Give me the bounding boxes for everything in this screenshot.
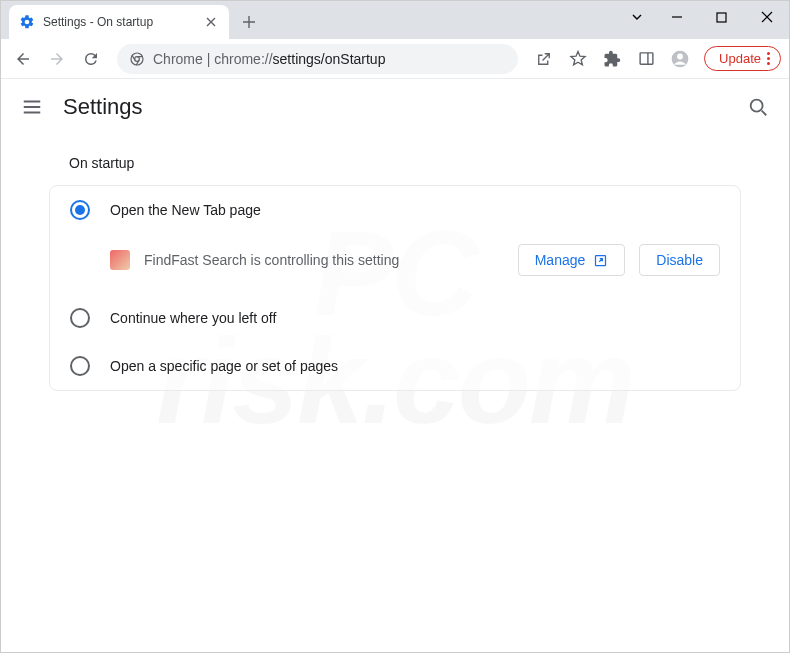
startup-card: Open the New Tab page FindFast Search is… xyxy=(49,185,741,391)
svg-point-5 xyxy=(677,53,683,59)
manage-label: Manage xyxy=(535,252,586,268)
option-specific-page[interactable]: Open a specific page or set of pages xyxy=(50,342,740,390)
window-titlebar: Settings - On startup xyxy=(1,1,789,39)
chrome-icon xyxy=(129,51,145,67)
tab-search-icon[interactable] xyxy=(620,1,654,33)
extension-icon xyxy=(110,250,130,270)
back-button[interactable] xyxy=(9,45,37,73)
maximize-button[interactable] xyxy=(699,1,744,33)
update-button[interactable]: Update xyxy=(704,46,781,71)
settings-header: Settings xyxy=(1,79,789,135)
reload-button[interactable] xyxy=(77,45,105,73)
extension-control-row: FindFast Search is controlling this sett… xyxy=(50,234,740,294)
svg-rect-3 xyxy=(640,53,653,64)
close-window-button[interactable] xyxy=(744,1,789,33)
option-continue[interactable]: Continue where you left off xyxy=(50,294,740,342)
search-icon[interactable] xyxy=(747,96,769,118)
hamburger-icon[interactable] xyxy=(21,96,43,118)
svg-rect-0 xyxy=(717,13,726,22)
section-title: On startup xyxy=(49,155,741,171)
new-tab-button[interactable] xyxy=(235,8,263,36)
option-label: Continue where you left off xyxy=(110,310,276,326)
disable-label: Disable xyxy=(656,252,703,268)
manage-button[interactable]: Manage xyxy=(518,244,626,276)
disable-button[interactable]: Disable xyxy=(639,244,720,276)
tab-title: Settings - On startup xyxy=(43,15,195,29)
share-icon[interactable] xyxy=(530,45,558,73)
browser-toolbar: Chrome | chrome://settings/onStartup Upd… xyxy=(1,39,789,79)
forward-button[interactable] xyxy=(43,45,71,73)
update-label: Update xyxy=(719,51,761,66)
option-new-tab[interactable]: Open the New Tab page xyxy=(50,186,740,234)
side-panel-icon[interactable] xyxy=(632,45,660,73)
bookmark-icon[interactable] xyxy=(564,45,592,73)
browser-tab[interactable]: Settings - On startup xyxy=(9,5,229,39)
svg-point-6 xyxy=(751,100,763,112)
option-label: Open a specific page or set of pages xyxy=(110,358,338,374)
url-text: Chrome | chrome://settings/onStartup xyxy=(153,51,385,67)
external-link-icon xyxy=(593,253,608,268)
radio-unselected-icon[interactable] xyxy=(70,308,90,328)
minimize-button[interactable] xyxy=(654,1,699,33)
radio-selected-icon[interactable] xyxy=(70,200,90,220)
address-bar[interactable]: Chrome | chrome://settings/onStartup xyxy=(117,44,518,74)
close-tab-icon[interactable] xyxy=(203,14,219,30)
extensions-icon[interactable] xyxy=(598,45,626,73)
kebab-icon xyxy=(767,52,770,65)
settings-content: On startup Open the New Tab page FindFas… xyxy=(1,135,789,411)
profile-icon[interactable] xyxy=(666,45,694,73)
control-message: FindFast Search is controlling this sett… xyxy=(144,252,504,268)
window-controls xyxy=(620,1,789,33)
radio-unselected-icon[interactable] xyxy=(70,356,90,376)
option-label: Open the New Tab page xyxy=(110,202,261,218)
gear-icon xyxy=(19,14,35,30)
page-title: Settings xyxy=(63,94,143,120)
